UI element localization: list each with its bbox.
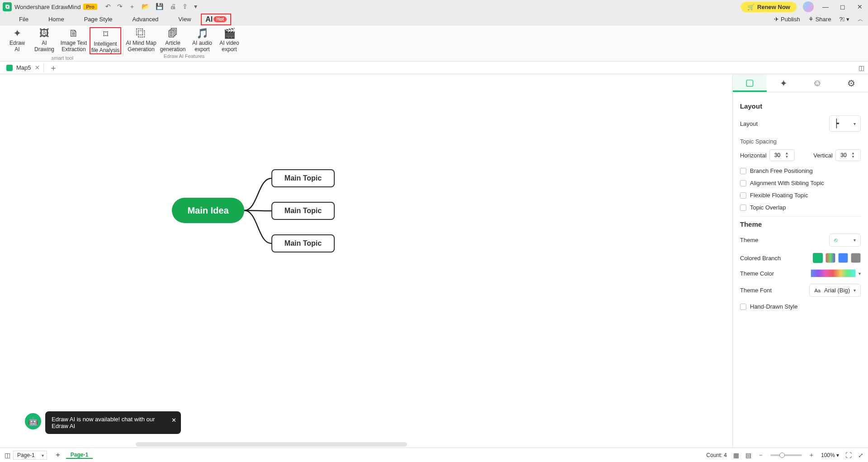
ai-audio-export-button[interactable]: 🎵AI audioexport — [189, 27, 216, 52]
zoom-out-icon[interactable]: － — [758, 451, 764, 459]
grid-view-icon[interactable]: ▦ — [733, 452, 739, 459]
theme-font-dropdown[interactable]: AaArial (Big)▾ — [809, 284, 861, 297]
rb-l: Intelligent — [94, 41, 117, 47]
canvas[interactable]: Main Idea Main Topic Main Topic Main Top… — [0, 74, 732, 448]
image-text-extract-button[interactable]: 🗎Image TextExtraction — [58, 27, 90, 54]
article-gen-button[interactable]: 🗐Articlegeneration — [157, 27, 189, 52]
new-tab-button[interactable]: ＋ — [47, 62, 60, 73]
doc-tab-map5[interactable]: Map5 ✕ — [3, 63, 44, 72]
horizontal-spacing-stepper[interactable]: ▲▼ — [769, 149, 795, 161]
renew-button[interactable]: 🛒Renew Now — [741, 2, 797, 12]
tab-close-icon[interactable]: ✕ — [35, 64, 40, 71]
flexible-floating-checkbox[interactable]: Flexible Floating Topic — [740, 192, 861, 199]
topic-overlap-checkbox[interactable]: Topic Overlap — [740, 204, 861, 211]
down-icon[interactable]: ▼ — [785, 155, 789, 159]
panel-tab-settings[interactable]: ⚙ — [834, 74, 868, 92]
menu-file[interactable]: File — [9, 16, 38, 23]
menu-advanced[interactable]: Advanced — [123, 16, 169, 23]
horizontal-spacing-input[interactable] — [770, 152, 785, 158]
publish-button[interactable]: ✈Publish — [774, 16, 800, 23]
edraw-ai-button[interactable]: ✦EdrawAI — [4, 27, 31, 54]
minimize-icon[interactable]: — — [820, 3, 831, 10]
menu-view[interactable]: View — [168, 16, 201, 23]
user-avatar[interactable] — [803, 1, 814, 12]
export-icon[interactable]: ⇪ — [182, 3, 188, 11]
chk-label: Topic Overlap — [750, 204, 786, 211]
help-icon[interactable]: ?⃝ ▾ — [839, 16, 849, 23]
rb-l: AI audio — [192, 40, 212, 46]
topic-node-3[interactable]: Main Topic — [271, 234, 335, 252]
page-dropdown[interactable]: Page-1 ▾ — [13, 451, 47, 460]
chevron-down-icon[interactable]: ▾ — [859, 271, 861, 276]
toggle-panel-icon[interactable]: ◫ — [859, 64, 864, 71]
rb-l: export — [194, 46, 209, 52]
alignment-sibling-checkbox[interactable]: Alignment With Sibling Topic — [740, 180, 861, 186]
branch-swatch-2[interactable] — [825, 253, 835, 263]
outline-toggle-icon[interactable]: ◫ — [5, 452, 10, 459]
fullscreen-icon[interactable]: ⤢ — [858, 452, 863, 459]
slider-thumb[interactable] — [779, 452, 785, 458]
close-icon[interactable]: ✕ — [854, 3, 865, 10]
panel-tab-emoji[interactable]: ☺ — [801, 74, 835, 92]
root-node[interactable]: Main Idea — [172, 198, 244, 223]
collapse-ribbon-icon[interactable]: ︿ — [858, 15, 863, 24]
open-icon[interactable]: 📂 — [142, 3, 149, 11]
menu-page-style[interactable]: Page Style — [74, 16, 123, 23]
toast-close-icon[interactable]: ✕ — [171, 417, 176, 424]
branch-swatch-4[interactable] — [851, 253, 861, 263]
title-bar: ⧉ Wondershare EdrawMind Pro ↶ ↷ ＋ 📂 💾 🖨 … — [0, 0, 868, 14]
send-icon: ✈ — [774, 16, 779, 23]
redo-icon[interactable]: ↷ — [117, 3, 123, 11]
ai-drawing-button[interactable]: 🖼AIDrawing — [31, 27, 58, 54]
sparkle-icon: ✦ — [13, 28, 21, 39]
pro-badge: Pro — [83, 4, 97, 10]
down-icon[interactable]: ▼ — [851, 155, 855, 159]
zoom-in-icon[interactable]: ＋ — [808, 451, 815, 459]
vertical-spacing-stepper[interactable]: ▲▼ — [835, 149, 861, 161]
hand-drawn-checkbox[interactable]: Hand-Drawn Style — [740, 303, 861, 310]
save-icon[interactable]: 💾 — [156, 3, 163, 11]
maximize-icon[interactable]: ◻ — [837, 3, 848, 10]
share-button[interactable]: ⚘Share — [808, 16, 831, 23]
horizontal-scrollbar[interactable] — [136, 442, 407, 447]
topic-node-2[interactable]: Main Topic — [271, 202, 335, 220]
ai-mindmap-gen-button[interactable]: ⿻AI Mind MapGeneration — [125, 27, 157, 52]
fit-screen-icon[interactable]: ⛶ — [845, 452, 852, 459]
branch-swatch-1[interactable] — [813, 253, 823, 263]
panel-tab-style[interactable]: ✦ — [767, 74, 801, 92]
menu-ai[interactable]: AI Hot — [201, 14, 231, 25]
rb-l: Article — [165, 40, 180, 46]
print-icon[interactable]: 🖨 — [170, 3, 176, 11]
new-icon[interactable]: ＋ — [129, 3, 135, 11]
robot-icon: 🤖 — [28, 416, 38, 426]
topic-node-1[interactable]: Main Topic — [271, 169, 335, 187]
theme-dropdown[interactable]: ⎋▾ — [829, 233, 861, 247]
chk-label: Branch Free Positioning — [750, 167, 813, 174]
checkbox-icon — [740, 205, 746, 211]
main-area: Main Idea Main Topic Main Topic Main Top… — [0, 74, 868, 448]
vertical-spacing-input[interactable] — [836, 152, 851, 158]
page-tab-1[interactable]: Page-1 — [66, 452, 93, 459]
chevron-down-icon: ▾ — [854, 238, 856, 243]
rb-l: Edraw — [9, 40, 25, 46]
ai-video-export-button[interactable]: 🎬AI videoexport — [216, 27, 243, 52]
ai-chat-fab[interactable]: 🤖 — [25, 413, 41, 429]
panel-tab-layout[interactable]: ▢ — [733, 74, 767, 92]
zoom-value[interactable]: 100% ▾ — [821, 452, 839, 458]
vertical-label: Vertical — [813, 152, 833, 159]
checkbox-icon — [740, 304, 746, 310]
rb-l: generation — [160, 46, 186, 52]
layout-icon: ▢ — [745, 77, 754, 88]
undo-icon[interactable]: ↶ — [105, 3, 111, 11]
intelligent-file-analysis-button[interactable]: ⌑Intelligentfile Analysis — [90, 27, 121, 54]
layout-dropdown[interactable]: ┝▾ — [829, 115, 861, 132]
menu-home[interactable]: Home — [38, 16, 74, 23]
zoom-slider[interactable] — [770, 454, 802, 456]
read-view-icon[interactable]: ▤ — [745, 452, 751, 459]
add-page-button[interactable]: ＋ — [50, 450, 66, 460]
branch-free-positioning-checkbox[interactable]: Branch Free Positioning — [740, 167, 861, 174]
branch-swatch-3[interactable] — [838, 253, 848, 263]
theme-color-strip[interactable] — [811, 269, 856, 277]
layout-heading: Layout — [740, 102, 861, 110]
qat-more-icon[interactable]: ▾ — [194, 3, 197, 11]
